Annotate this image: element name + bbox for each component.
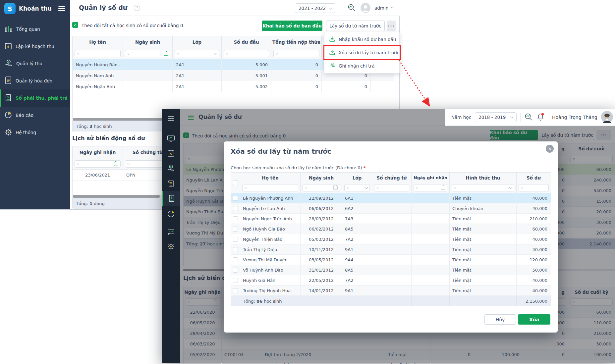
row-checkbox[interactable]: [233, 288, 238, 293]
table-row[interactable]: Võ Huỳnh Anh Đào 31/01/2012 8A5 Tiền mặt…: [231, 265, 551, 275]
help-icon[interactable]: ?: [134, 5, 140, 11]
screenshot-stage: $ Khoản thu Tổng quan $ Lập kế hoạch thu…: [0, 0, 615, 364]
menu-item-record-payment[interactable]: $ Ghi nhận chi trả: [324, 59, 399, 73]
select-all-checkbox[interactable]: [233, 180, 238, 185]
user-name[interactable]: Hoàng Trọng Thắng: [552, 115, 597, 120]
sidebar-item-lap-ke-hoach-thu[interactable]: $ Lập kế hoạch thu: [0, 38, 70, 55]
table-row[interactable]: Nguyễn Thiện Bảo 05/03/2012 7A2 Tiền mặt…: [231, 234, 551, 244]
row-checkbox[interactable]: [233, 247, 238, 252]
chevron-down-icon: [509, 186, 513, 189]
gear-icon: [4, 128, 12, 137]
svg-text:$: $: [332, 63, 333, 65]
filter-class-select[interactable]: [344, 184, 370, 191]
table-row[interactable]: Nguyễn Ngân Anh 2A1 5.002 0 0: [73, 81, 394, 92]
avatar-photo[interactable]: [601, 111, 613, 124]
row-checkbox[interactable]: [233, 227, 238, 232]
filter-method-select[interactable]: [452, 184, 514, 191]
modal-subtitle: Chọn học sinh muốn xóa số dư lấy từ năm …: [231, 165, 366, 170]
scrollbar-thumb[interactable]: [73, 195, 160, 198]
more-button[interactable]: •••: [387, 21, 396, 31]
filter-balance-input[interactable]: [224, 50, 269, 57]
module-icon-bar: $ $ $: [162, 109, 180, 363]
table-row[interactable]: Nguyễn Lê Lan Anh 06/06/2012 6A2 Chuyển …: [231, 203, 551, 214]
search-chart-icon[interactable]: [524, 113, 533, 122]
modal-rows: Lê Nguyễn Phương Anh 22/09/2012 6A1 Tiền…: [231, 193, 551, 296]
school-year-select[interactable]: 2018 - 2019: [475, 112, 517, 122]
year-select[interactable]: 2021 - 2022: [295, 3, 335, 13]
avatar[interactable]: [361, 3, 370, 14]
filter-dob-input[interactable]: [125, 50, 170, 57]
table-row[interactable]: Lê Nguyễn Phương Anh 22/09/2012 6A1 Tiền…: [231, 193, 551, 203]
sidebar-item-bao-cao[interactable]: Báo cáo: [0, 107, 70, 124]
filter-class-select[interactable]: [175, 50, 219, 57]
filter-record-date-input[interactable]: [414, 184, 447, 191]
table-row[interactable]: Trần Thị Lý Diệu 10/11/2012 9A1 Tiền mặt…: [231, 244, 551, 255]
app-title: Khoản thu: [19, 5, 52, 12]
bell-icon[interactable]: [536, 113, 544, 122]
table-row[interactable]: Ngô Huỳnh Gia Bảo 06/02/2012 8A5 Tiền mặ…: [231, 224, 551, 234]
page-title: Quản lý số dư: [79, 4, 127, 11]
apps-grid-icon[interactable]: [162, 112, 180, 126]
calendar-icon: [441, 186, 445, 190]
filter-overpay-input[interactable]: [273, 50, 319, 57]
sidebar-item-so-phai-thu-phai-tra[interactable]: $ Sổ phải thu, phải trả: [0, 89, 70, 107]
scroll-invoice-icon[interactable]: [162, 177, 180, 191]
svg-text:$: $: [7, 95, 9, 99]
chevron-down-icon: [329, 6, 332, 9]
sidebar-item-quan-ly-thu[interactable]: $ Quản lý thu: [0, 55, 70, 72]
annotation-highlight-box: [323, 45, 401, 60]
modal-students-table: Họ tên Ngày sinh Lớp Số chứng từ Ngày gh…: [231, 172, 551, 306]
monitor-icon[interactable]: [162, 132, 180, 146]
sidebar-item-he-thong[interactable]: Hệ thống: [0, 124, 70, 141]
filter-record-date-input[interactable]: [75, 160, 121, 168]
user-name[interactable]: admin: [374, 5, 388, 11]
scrollbar-thumb[interactable]: [73, 118, 162, 121]
hand-coin-icon[interactable]: $: [162, 161, 180, 175]
sidebar-item-tong-quan[interactable]: Tổng quan: [0, 21, 70, 38]
filter-dob-input[interactable]: [303, 184, 340, 191]
delete-button[interactable]: Xóa: [518, 314, 550, 325]
table-row[interactable]: Huỳnh Gia Hân 22/05/2012 7A2 Tiền mặt 40…: [231, 275, 551, 286]
pie-chart-icon[interactable]: [162, 207, 180, 221]
svg-text:$: $: [170, 166, 172, 168]
sidebar-item-quan-ly-hoa-don[interactable]: Quản lý hóa đơn: [0, 72, 70, 89]
ledger-dollar-icon-active[interactable]: $: [162, 191, 180, 206]
row-checkbox[interactable]: [233, 206, 238, 211]
gear-icon[interactable]: [162, 240, 180, 254]
cancel-button[interactable]: Hủy: [484, 314, 516, 325]
declare-balance-button[interactable]: Khai báo số dư ban đầu: [262, 21, 322, 31]
bar-chart-icon: [4, 25, 13, 34]
search-chart-icon[interactable]: [347, 3, 356, 13]
sidebar: $ Khoản thu Tổng quan $ Lập kế hoạch thu…: [0, 0, 70, 209]
ledger-dollar-icon: $: [4, 94, 12, 103]
calendar-dollar-icon[interactable]: $: [162, 146, 180, 160]
filter-amount-input[interactable]: [519, 184, 549, 191]
row-checkbox[interactable]: [233, 257, 238, 262]
svg-text:$: $: [8, 60, 10, 63]
modal-total-row: Tổng: 86 học sinh 2.150.000: [231, 296, 551, 306]
table-row[interactable]: Trương Thị Huỳnh Hoa 14/01/2012 9A1 Tiền…: [231, 286, 551, 296]
table-row[interactable]: Vương Thị Mỹ Duyên 03/05/2012 9A4 Tiền m…: [231, 255, 551, 265]
svg-text:$: $: [170, 196, 172, 199]
row-checkbox[interactable]: [233, 278, 238, 283]
filter-name-input[interactable]: [242, 184, 298, 191]
get-balance-button[interactable]: Lấy số dư từ năm trước: [326, 21, 385, 31]
calendar-icon[interactable]: [114, 162, 118, 166]
row-checkbox[interactable]: [233, 196, 238, 201]
filter-doc-input[interactable]: [374, 184, 409, 191]
chat-icon[interactable]: [162, 225, 180, 239]
track-checkbox[interactable]: [72, 22, 78, 28]
row-checkbox[interactable]: [233, 268, 238, 273]
row-checkbox[interactable]: [233, 216, 238, 221]
row-checkbox[interactable]: [233, 237, 238, 242]
sidebar-nav: Tổng quan $ Lập kế hoạch thu $ Quản lý t…: [0, 21, 70, 141]
svg-text:$: $: [170, 152, 172, 156]
sidebar-hamburger-icon[interactable]: [58, 5, 65, 12]
calendar-icon[interactable]: [164, 52, 168, 56]
menu-item-import-initial-balance[interactable]: Nhập khẩu số dư ban đầu: [324, 33, 399, 46]
table-row[interactable]: Nguyễn Ngọc Trúc Anh 28/09/2012 7A3 Tiền…: [231, 214, 551, 224]
filter-name-input[interactable]: [75, 50, 121, 57]
chevron-down-icon: [214, 51, 218, 55]
close-icon[interactable]: ×: [546, 145, 554, 153]
import-icon: [329, 36, 335, 43]
